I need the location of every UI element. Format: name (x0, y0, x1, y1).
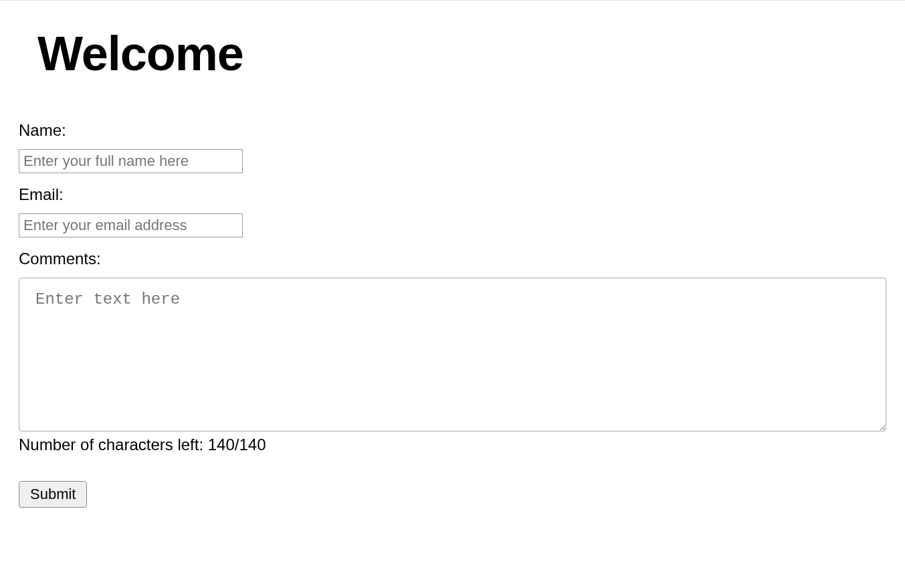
submit-button[interactable]: Submit (19, 481, 87, 508)
page-title: Welcome (37, 26, 886, 81)
welcome-form: Name: Email: Comments: Number of charact… (19, 121, 886, 508)
email-label: Email: (19, 185, 886, 204)
email-group: Email: (19, 185, 886, 237)
comments-group: Comments: Number of characters left: 140… (19, 250, 886, 454)
name-group: Name: (19, 121, 886, 173)
email-input[interactable] (19, 213, 243, 237)
name-input[interactable] (19, 149, 243, 173)
char-count-text: Number of characters left: 140/140 (19, 435, 886, 454)
name-label: Name: (19, 121, 886, 140)
comments-label: Comments: (19, 250, 886, 268)
comments-textarea[interactable] (19, 278, 886, 431)
